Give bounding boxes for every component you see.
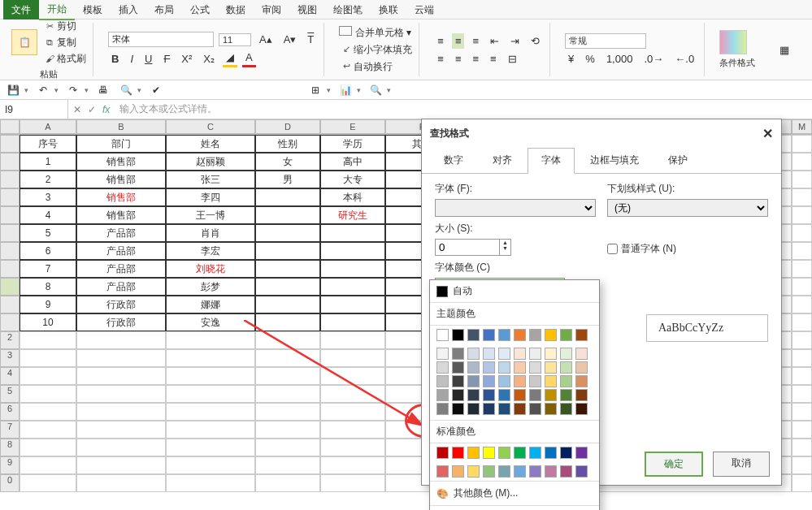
cell[interactable] xyxy=(255,242,320,260)
row-header[interactable]: 6 xyxy=(0,403,20,421)
cell[interactable] xyxy=(792,313,812,331)
color-swatch[interactable] xyxy=(483,389,495,401)
cell[interactable] xyxy=(792,153,812,171)
menu-formula[interactable]: 公式 xyxy=(182,0,218,19)
menu-cloud[interactable]: 云端 xyxy=(406,0,442,19)
menu-view[interactable]: 视图 xyxy=(289,0,325,19)
color-swatch[interactable] xyxy=(452,375,464,387)
cell[interactable] xyxy=(255,296,320,313)
color-swatch[interactable] xyxy=(483,348,495,360)
color-swatch[interactable] xyxy=(498,375,510,387)
cell[interactable] xyxy=(255,474,320,492)
row-header[interactable]: 7 xyxy=(0,421,20,439)
tab-border[interactable]: 边框与填充 xyxy=(576,148,653,173)
cell[interactable] xyxy=(166,367,255,385)
align-left-button[interactable]: ≡ xyxy=(434,51,447,67)
color-swatch[interactable] xyxy=(560,389,572,401)
cell[interactable] xyxy=(166,439,255,456)
color-swatch[interactable] xyxy=(514,403,526,415)
tab-font[interactable]: 字体 xyxy=(528,148,575,174)
color-swatch[interactable] xyxy=(467,348,480,360)
color-swatch[interactable] xyxy=(575,389,588,401)
cell[interactable] xyxy=(255,278,320,296)
shrink-font-button[interactable]: ↙缩小字体填充 xyxy=(339,42,412,57)
color-swatch[interactable] xyxy=(545,389,557,401)
cell[interactable] xyxy=(20,456,76,474)
tab-protect[interactable]: 保护 xyxy=(654,148,701,173)
spell-button[interactable]: ✔ xyxy=(148,83,164,97)
cell[interactable]: 产品部 xyxy=(76,224,166,242)
color-swatch[interactable] xyxy=(452,329,464,341)
cell[interactable]: 产品部 xyxy=(76,260,166,278)
cell[interactable] xyxy=(76,403,166,421)
qt-icon-3[interactable]: 🔍 xyxy=(367,83,384,97)
cell[interactable] xyxy=(166,456,255,474)
row-header[interactable] xyxy=(0,242,20,260)
cell[interactable] xyxy=(320,456,385,474)
italic-button[interactable]: I xyxy=(127,51,137,67)
cell[interactable] xyxy=(320,385,385,403)
color-swatch[interactable] xyxy=(560,465,572,478)
color-swatch[interactable] xyxy=(436,375,449,387)
color-swatch[interactable] xyxy=(545,361,557,374)
cell[interactable] xyxy=(792,171,812,188)
cell[interactable] xyxy=(255,385,320,403)
cell[interactable] xyxy=(166,385,255,403)
cell[interactable]: 产品部 xyxy=(76,242,166,260)
color-swatch[interactable] xyxy=(514,348,526,360)
cell[interactable] xyxy=(20,403,76,421)
cell[interactable] xyxy=(20,385,76,403)
cell[interactable]: 娜娜 xyxy=(166,296,255,313)
copy-button[interactable]: ⧉复制 xyxy=(42,35,86,50)
number-format-select[interactable]: 常规 xyxy=(565,33,646,49)
cell[interactable]: 刘晓花 xyxy=(166,260,255,278)
font-combobox[interactable] xyxy=(435,199,596,217)
cell[interactable]: 行政部 xyxy=(76,296,166,313)
row-header[interactable] xyxy=(0,135,20,153)
row-header[interactable]: 2 xyxy=(0,331,20,349)
cell[interactable]: 5 xyxy=(20,224,76,242)
cell[interactable] xyxy=(255,367,320,385)
color-swatch[interactable] xyxy=(514,465,526,478)
color-swatch[interactable] xyxy=(529,375,541,387)
ok-button[interactable]: 确定 xyxy=(645,452,703,477)
cell[interactable]: 10 xyxy=(20,313,76,331)
color-swatch[interactable] xyxy=(529,361,541,374)
name-box[interactable]: I9 xyxy=(0,100,68,119)
cell[interactable] xyxy=(20,331,76,349)
color-swatch[interactable] xyxy=(436,361,449,374)
row-header[interactable]: 9 xyxy=(0,456,20,474)
cancel-edit-button[interactable]: ✕ xyxy=(73,104,81,115)
cell[interactable]: 4 xyxy=(20,206,76,224)
cell[interactable] xyxy=(255,313,320,331)
row-header[interactable] xyxy=(0,188,20,206)
font-color-button[interactable]: A xyxy=(242,50,256,67)
color-swatch[interactable] xyxy=(529,403,541,415)
color-swatch[interactable] xyxy=(436,329,449,341)
color-swatch[interactable] xyxy=(467,329,480,341)
paste-button[interactable]: 📋 xyxy=(11,29,37,55)
indent-dec-button[interactable]: ⇤ xyxy=(487,33,502,49)
cell[interactable] xyxy=(320,421,385,439)
cell[interactable] xyxy=(320,242,385,260)
menu-exchange[interactable]: 换联 xyxy=(371,0,406,19)
decrease-font-button[interactable]: A▾ xyxy=(280,32,300,47)
col-header[interactable]: B xyxy=(76,119,166,134)
color-swatch[interactable] xyxy=(452,361,464,374)
cell[interactable] xyxy=(255,403,320,421)
super-button[interactable]: X² xyxy=(178,51,195,67)
cell[interactable] xyxy=(320,439,385,456)
cell[interactable]: 销售部 xyxy=(76,188,166,206)
cell[interactable]: 本科 xyxy=(320,188,385,206)
color-swatch[interactable] xyxy=(545,465,557,478)
cell[interactable] xyxy=(792,242,812,260)
currency-button[interactable]: ¥ xyxy=(565,51,577,67)
menu-template[interactable]: 模板 xyxy=(75,0,111,19)
underline-combobox[interactable]: (无) xyxy=(607,199,768,217)
cell[interactable]: 1 xyxy=(20,153,76,171)
color-swatch[interactable] xyxy=(498,447,510,459)
auto-color-item[interactable]: 自动 xyxy=(430,280,599,302)
align-center-button[interactable]: ≡ xyxy=(452,51,465,67)
cell[interactable] xyxy=(76,331,166,349)
color-swatch[interactable] xyxy=(483,465,495,478)
